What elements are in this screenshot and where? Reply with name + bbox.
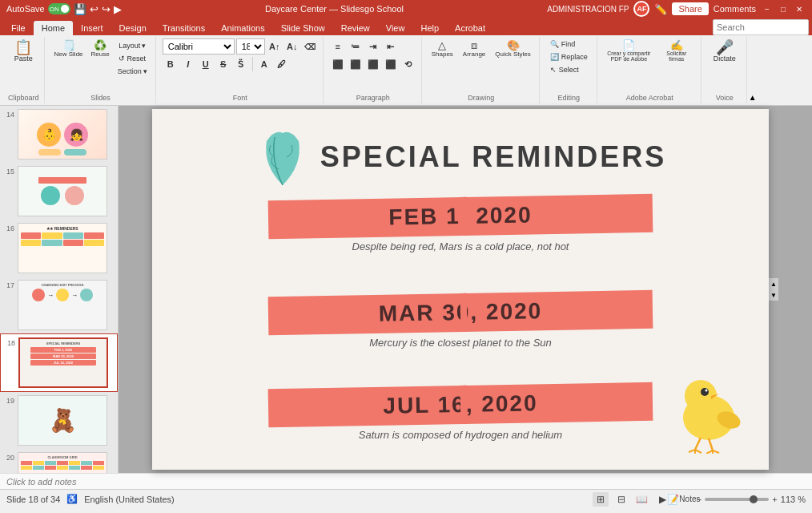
clear-format-button[interactable]: ⌫ [302,38,318,55]
decrease-indent-button[interactable]: ⇤ [383,38,399,55]
select-button[interactable]: ↖ Select [547,64,582,75]
share-button[interactable]: Share [672,2,708,15]
save-icon[interactable]: 💾 [74,3,86,15]
find-icon: 🔍 [550,40,559,48]
increase-indent-button[interactable]: ⇥ [365,38,381,55]
tab-slideshow[interactable]: Slide Show [273,21,333,35]
numbering-button[interactable]: ≔ [348,38,364,55]
quick-styles-button[interactable]: 🎨 Quick Styles [492,38,533,59]
quick-styles-icon: 🎨 [507,40,520,50]
main-area: 14 👶 👧 15 [0,106,812,473]
paste-button[interactable]: 📋 Paste [11,38,36,64]
section-button[interactable]: Section▾ [115,66,151,77]
zoom-out-button[interactable]: − [697,495,701,504]
reuse-button[interactable]: ♻️ Reuse [88,38,113,59]
slide-canvas[interactable]: SPECIAL REMINDERS FEB 1, 2020 Despite be… [152,109,769,470]
present-icon[interactable]: ▶ [114,3,122,15]
slide-thumb-17: CHANGING EDIT PROCESS → → [18,280,107,330]
notes-button[interactable]: 📝 Notes [676,492,692,507]
tab-help[interactable]: Help [412,21,447,35]
tab-acrobat[interactable]: Acrobat [447,21,493,35]
slide-item-15[interactable]: 15 [0,163,118,220]
tab-view[interactable]: View [378,21,413,35]
editing-group-label: Editing [558,92,581,102]
titlebar-right: ADMINISTRACION FP AF ✏️ Share Comments −… [547,1,806,17]
language[interactable]: English (United States) [84,495,175,504]
slide-item-14[interactable]: 14 👶 👧 [0,106,118,163]
font-size-select[interactable]: 18 [236,38,265,55]
font-decrease-button[interactable]: A↓ [284,38,300,55]
tab-design[interactable]: Design [111,21,155,35]
autosave-section: AutoSave ON 💾 ↩ ↪ ▶ [6,3,122,15]
request-sign-button[interactable]: ✍ Solicitar firmas [657,38,696,63]
close-button[interactable]: ✕ [793,2,806,15]
comments-button[interactable]: Comments [714,4,756,14]
shadow-button[interactable]: S̈ [233,56,249,72]
chick-illustration [665,366,745,454]
notes-bar[interactable]: Click to add notes [0,473,812,489]
create-pdf-label: Crear y compartir PDF de Adobe [607,50,651,62]
pen-icon[interactable]: ✏️ [654,3,667,15]
zoom-in-button[interactable]: + [772,495,777,504]
align-left-button[interactable]: ⬛ [330,56,346,72]
slide-item-16[interactable]: 16 ★★ REMINDERS [0,220,118,277]
tab-home[interactable]: Home [34,21,73,35]
italic-button[interactable]: I [180,56,196,72]
shapes-button[interactable]: △ Shapes [428,38,456,59]
bullets-button[interactable]: ≡ [330,38,346,55]
create-pdf-button[interactable]: 📄 Crear y compartir PDF de Adobe [604,38,654,63]
tab-animations[interactable]: Animations [213,21,272,35]
arrange-button[interactable]: ⧈ Arrange [460,38,488,59]
font-color-button[interactable]: A [256,56,272,72]
layout-button[interactable]: Layout▾ [115,40,151,51]
align-right-button[interactable]: ⬛ [365,56,381,72]
bold-button[interactable]: B [163,56,179,72]
ribbon-expand[interactable]: ▲ [749,37,757,103]
slide-num-20: 20 [3,454,14,462]
tab-review[interactable]: Review [333,21,378,35]
slide-sorter-button[interactable]: ⊟ [613,492,629,507]
reading-view-button[interactable]: 📖 [634,492,650,507]
pdf-icon: 📄 [622,40,635,50]
replace-button[interactable]: 🔄 Replace [547,51,591,63]
font-increase-button[interactable]: A↑ [267,38,283,55]
align-center-button[interactable]: ⬛ [348,56,364,72]
slide-item-19[interactable]: 19 🧸 [0,392,118,449]
tab-insert[interactable]: Insert [73,21,111,35]
reset-button[interactable]: ↺ Reset [115,53,151,64]
ribbon-group-slides: 🗒️ New Slide ♻️ Reuse Layout▾ ↺ Reset Se… [46,37,156,103]
tab-file[interactable]: File [3,21,34,35]
highlight-button[interactable]: 🖊 [274,56,290,72]
normal-view-button[interactable]: ⊞ [593,492,609,507]
zoom-slider[interactable] [705,498,769,501]
slide-item-17[interactable]: 17 CHANGING EDIT PROCESS → → [0,277,118,333]
slides-content: 🗒️ New Slide ♻️ Reuse Layout▾ ↺ Reset Se… [51,38,151,92]
font-name-select[interactable]: Calibri [163,38,235,55]
text-direction-button[interactable]: ⟲ [400,56,416,72]
autosave-toggle[interactable]: ON [48,3,70,14]
find-button[interactable]: 🔍 Find [547,38,579,50]
tab-transitions[interactable]: Transitions [155,21,213,35]
underline-button[interactable]: U [198,56,214,72]
right-scrollbar[interactable]: ▲ ▼ [769,278,778,301]
minimize-button[interactable]: − [761,2,774,15]
justify-button[interactable]: ⬛ [383,56,399,72]
slide-item-18[interactable]: 18 SPECIAL REMINDERS FEB 1, 2020 MAR 30,… [0,333,118,392]
section-chevron-icon: ▾ [143,67,147,75]
accessibility-icon[interactable]: ♿ [66,494,78,504]
undo-icon[interactable]: ↩ [90,3,98,15]
drawing-group-label: Drawing [468,92,494,102]
dictate-button[interactable]: 🎤 Dictate [710,38,739,64]
strikethrough-button[interactable]: S [215,56,231,72]
user-avatar[interactable]: AF [633,1,649,17]
zoom-control[interactable]: − + 113 % [697,495,806,504]
new-slide-label: New Slide [54,50,83,58]
new-slide-button[interactable]: 🗒️ New Slide [51,38,86,59]
slide-item-20[interactable]: 20 CLASSROOM GRID [0,449,118,473]
statusbar-right: ⊞ ⊟ 📖 ▶ 📝 Notes − + 113 % [593,492,806,507]
scroll-down-button[interactable]: ▼ [769,289,778,301]
restore-button[interactable]: □ [777,2,790,15]
search-input[interactable] [713,19,809,35]
redo-icon[interactable]: ↪ [102,3,111,15]
scroll-up-button[interactable]: ▲ [769,278,778,289]
